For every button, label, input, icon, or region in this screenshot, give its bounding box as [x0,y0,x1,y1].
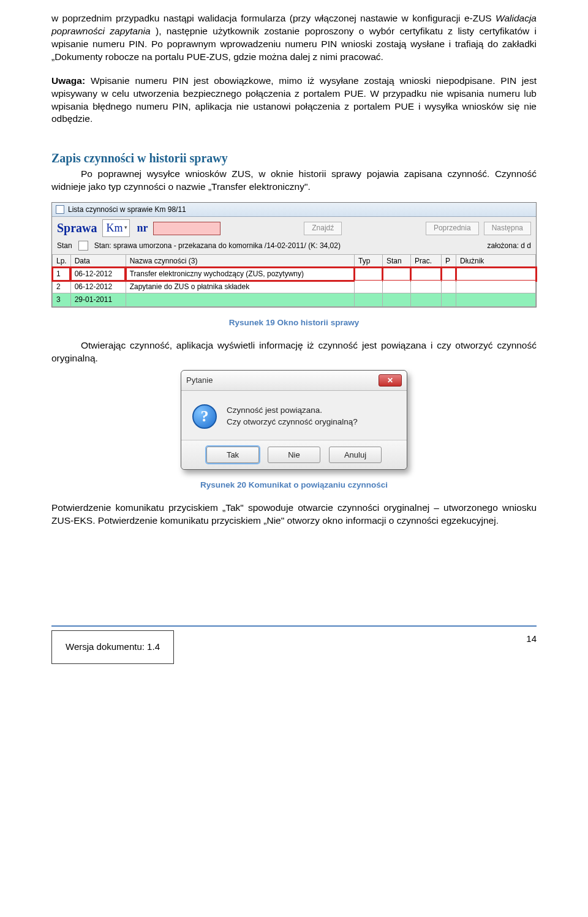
paragraph-2: Uwaga: Wpisanie numeru PIN jest obowiązk… [51,75,537,126]
text: Potwierdzenie komunikatu przyciskiem „Ta… [51,502,537,526]
dialog-title: Pytanie [186,375,213,386]
window-titlebar: Lista czynności w sprawie Km 98/11 [52,203,536,217]
dialog-line1: Czynność jest powiązana. [227,404,358,417]
cell [411,268,442,281]
paragraph-5: Potwierdzenie komunikatu przyciskiem „Ta… [51,502,537,527]
poprzednia-button[interactable]: Poprzednia [426,222,479,235]
table-row[interactable]: 3 29-01-2011 [53,293,536,306]
stan-label: Stan [57,241,72,251]
cell [355,281,383,293]
cell [456,281,536,293]
text: Otwierając czynność, aplikacja wyświetli… [51,340,537,363]
heading-zapis: Zapis czynności w historii sprawy [51,150,537,167]
col-prac[interactable]: Prac. [411,254,442,267]
cell: 29-01-2011 [70,293,126,306]
figure-caption-19: Rysunek 19 Okno historii sprawy [51,317,537,328]
km-dropdown[interactable]: Km [102,219,130,236]
cell [411,281,442,293]
table-row[interactable]: 1 06-12-2012 Transfer elektroniczny wych… [53,268,536,281]
col-dluznik[interactable]: Dłużnik [456,254,536,267]
history-table: Lp. Data Nazwa czynności (3) Typ Stan Pr… [52,254,536,307]
page-number: 14 [526,630,537,645]
text: Po poprawnej wysyłce wniosków ZUS, w okn… [51,168,537,192]
zalozona-text: założona: d d [488,241,531,251]
nastepna-button[interactable]: Następna [484,222,531,235]
col-lp[interactable]: Lp. [53,254,71,267]
cell [383,281,411,293]
screenshot-dialog: Pytanie ✕ ? Czynność jest powiązana. Czy… [51,370,537,470]
cell [442,293,456,306]
nr-input[interactable] [153,222,221,235]
cell: 2 [53,281,71,293]
sprawa-row: Sprawa Km nr Znajdź Poprzednia Następna [52,217,536,239]
cell [355,268,383,281]
col-stan[interactable]: Stan [383,254,411,267]
stan-row: Stan Stan: sprawa umorzona - przekazana … [52,240,536,254]
screenshot-history-window: Lista czynności w sprawie Km 98/11 Spraw… [51,202,537,307]
table-row[interactable]: 2 06-12-2012 Zapytanie do ZUS o płatnika… [53,281,536,293]
paragraph-1: w poprzednim przypadku nastąpi walidacja… [51,12,537,64]
table-header-row: Lp. Data Nazwa czynności (3) Typ Stan Pr… [53,254,536,267]
cell [383,268,411,281]
text: w poprzednim przypadku nastąpi walidacja… [51,13,496,23]
cell: 06-12-2012 [70,268,126,281]
dialog-window: Pytanie ✕ ? Czynność jest powiązana. Czy… [181,370,407,470]
col-nazwa[interactable]: Nazwa czynności (3) [126,254,354,267]
footer: Wersja dokumentu: 1.4 14 [51,630,537,663]
col-data[interactable]: Data [70,254,126,267]
sprawa-label: Sprawa [57,220,97,236]
nie-button[interactable]: Nie [268,447,320,464]
cell [383,293,411,306]
cell [442,281,456,293]
col-typ[interactable]: Typ [355,254,383,267]
cell: 3 [53,293,71,306]
znajdz-button[interactable]: Znajdź [304,222,342,235]
paragraph-4: Otwierając czynność, aplikacja wyświetli… [51,339,537,365]
cell: 06-12-2012 [70,281,126,293]
cell: Transfer elektroniczny wychodzący (ZUS, … [126,268,354,281]
anuluj-button[interactable]: Anuluj [329,447,382,464]
paragraph-3: Po poprawnej wysyłce wniosków ZUS, w okn… [51,168,537,194]
cell [456,268,536,281]
cell: 1 [53,268,71,281]
footer-rule [51,625,537,627]
version-text: Wersja dokumentu: 1.4 [66,641,160,652]
cell [442,268,456,281]
text: Wpisanie numeru PIN jest obowiązkowe, mi… [51,75,537,124]
cell [355,293,383,306]
cell [126,293,354,306]
text-bold: Uwaga: [51,75,85,86]
stan-text: Stan: sprawa umorzona - przekazana do ko… [94,241,341,251]
dialog-titlebar: Pytanie ✕ [181,371,407,391]
dialog-text: Czynność jest powiązana. Czy otworzyć cz… [227,404,358,428]
cell [411,293,442,306]
cell: Zapytanie do ZUS o płatnika składek [126,281,354,293]
dialog-buttons: Tak Nie Anuluj [181,440,407,470]
dialog-body: ? Czynność jest powiązana. Czy otworzyć … [181,391,407,440]
window-icon [56,205,64,214]
col-p[interactable]: P [442,254,456,267]
dialog-line2: Czy otworzyć czynność oryginalną? [227,416,358,428]
tak-button[interactable]: Tak [206,447,259,464]
question-icon: ? [192,404,217,429]
version-box: Wersja dokumentu: 1.4 [51,630,174,663]
stan-box-icon[interactable] [78,241,88,251]
nr-label: nr [137,221,148,235]
close-icon[interactable]: ✕ [379,374,402,387]
window-title: Lista czynności w sprawie Km 98/11 [68,205,186,214]
cell [456,293,536,306]
figure-caption-20: Rysunek 20 Komunikat o powiązaniu czynno… [51,480,537,491]
